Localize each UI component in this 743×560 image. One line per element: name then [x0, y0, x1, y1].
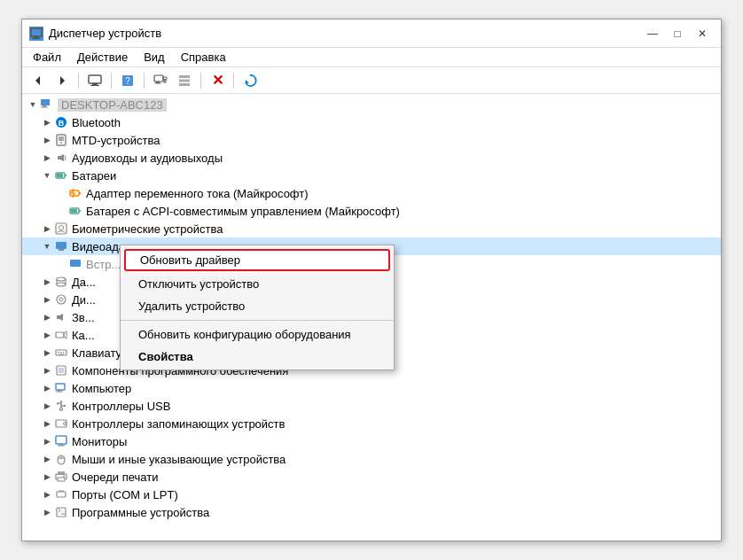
mice-icon	[54, 452, 68, 466]
biometric-label: Биометрические устройства	[72, 222, 223, 236]
tree-item-battery2[interactable]: Батарея с ACPI-совместимым управлением (…	[22, 202, 721, 220]
usb-label: Контроллеры USB	[72, 400, 170, 413]
delete-button[interactable]: ✕	[207, 70, 228, 91]
maximize-button[interactable]: □	[666, 24, 689, 43]
svg-rect-54	[60, 352, 62, 354]
mtd-label: МТD-устройства	[72, 134, 160, 147]
svg-point-66	[64, 405, 66, 407]
window-title: Диспетчер устройств	[49, 27, 161, 40]
ctx-properties[interactable]: Свойства	[121, 346, 394, 368]
tree-item-mice[interactable]: ▶ Мыши и иные указывающие устройства	[22, 450, 721, 468]
context-menu: Обновить драйвер Отключить устройство Уд…	[120, 245, 395, 370]
svg-rect-59	[56, 384, 65, 390]
tree-item-mtd[interactable]: ▶ МТD-устройства	[22, 131, 721, 149]
menu-help[interactable]: Справка	[174, 49, 233, 66]
expand-icon-computer: ▶	[40, 381, 54, 395]
expand-icon-mice: ▶	[40, 452, 54, 466]
svg-rect-68	[56, 420, 66, 427]
svg-rect-39	[56, 242, 66, 249]
monitors-label: Мониторы	[72, 435, 127, 448]
tree-item-root[interactable]: ▼ DESKTOP-ABC123	[22, 96, 721, 113]
titlebar: Диспетчер устройств — □ ✕	[22, 19, 721, 48]
ctx-uninstall[interactable]: Удалить устройство	[121, 295, 394, 317]
tree-item-audio[interactable]: ▶ Аудиовходы и аудиовыходы	[22, 149, 721, 167]
svg-rect-30	[65, 175, 66, 176]
view-computer-button[interactable]	[150, 70, 171, 91]
data-icon	[54, 275, 68, 289]
tree-item-ports[interactable]: ▶ Порты (COM и LPT)	[22, 486, 721, 503]
svg-point-67	[60, 408, 63, 411]
refresh-button[interactable]	[239, 70, 261, 91]
menu-file[interactable]: Файл	[26, 49, 68, 66]
sound-icon	[54, 310, 68, 324]
mtd-icon	[54, 133, 68, 147]
svg-point-69	[64, 423, 66, 425]
computer-label: Компьютер	[72, 382, 131, 395]
keyboard-icon	[54, 346, 68, 360]
svg-rect-37	[56, 223, 66, 234]
expand-icon-battery: ▼	[40, 168, 54, 183]
svg-rect-33	[79, 192, 81, 194]
svg-rect-12	[155, 82, 161, 83]
ctx-refresh-hw[interactable]: Обновить конфигурацию оборудования	[121, 323, 394, 346]
tree-item-battery[interactable]: ▼ Батареи	[22, 167, 721, 184]
tree-item-monitors[interactable]: ▶ Мониторы	[22, 432, 721, 450]
storage-icon	[54, 416, 68, 431]
expand-icon-root: ▼	[26, 97, 40, 112]
svg-point-38	[59, 226, 64, 230]
svg-marker-51	[64, 331, 66, 338]
tree-item-battery1[interactable]: Адаптер переменного тока (Майкрософт)	[22, 184, 721, 202]
expand-icon-data: ▶	[40, 275, 54, 289]
tree-item-bluetooth[interactable]: ▶ B Bluetooth	[22, 113, 721, 131]
app-icon	[29, 27, 43, 41]
help-button[interactable]: ?	[117, 70, 138, 91]
svg-text:B: B	[59, 119, 65, 128]
svg-marker-3	[35, 76, 40, 85]
tree-item-usb[interactable]: ▶ Контроллеры USB	[22, 397, 721, 415]
svg-rect-80	[57, 492, 66, 497]
svg-rect-72	[58, 446, 65, 447]
svg-rect-2	[32, 38, 41, 39]
ctx-separator-1	[121, 320, 394, 321]
expand-icon-sound: ▶	[40, 310, 54, 324]
device-manager-window: Диспетчер устройств — □ ✕ Файл Действие …	[21, 19, 722, 541]
video1-icon	[68, 257, 82, 271]
biometric-icon	[54, 222, 68, 236]
svg-rect-35	[79, 210, 81, 212]
storage-label: Контроллеры запоминающих устройств	[72, 417, 285, 431]
expand-icon-bluetooth: ▶	[40, 115, 54, 129]
menu-action[interactable]: Действие	[70, 49, 135, 66]
close-button[interactable]: ✕	[691, 24, 714, 43]
tree-item-biometric[interactable]: ▶ Биометрические устройства	[22, 220, 721, 237]
expand-icon-components: ▶	[40, 363, 54, 377]
computer-button[interactable]	[84, 70, 106, 91]
svg-rect-60	[58, 390, 61, 392]
back-button[interactable]	[27, 70, 49, 91]
toolbar: ? ✕	[22, 67, 721, 94]
svg-rect-36	[71, 209, 77, 213]
sound-label: Зв...	[72, 311, 95, 324]
forward-button[interactable]	[51, 70, 73, 91]
svg-rect-53	[58, 352, 59, 354]
tree-item-storage[interactable]: ▶ Контроллеры запоминающих устройств	[22, 415, 721, 432]
minimize-button[interactable]: —	[641, 24, 664, 43]
view-list-button[interactable]	[174, 70, 195, 91]
monitors-icon	[54, 434, 68, 448]
menu-view[interactable]: Вид	[137, 49, 172, 66]
menubar: Файл Действие Вид Справка	[22, 48, 721, 67]
ports-icon	[54, 487, 68, 502]
svg-point-26	[60, 142, 62, 144]
expand-icon-storage: ▶	[40, 416, 54, 431]
expand-icon-biometric: ▶	[40, 222, 54, 236]
tree-item-print[interactable]: ▶ Очереди печати	[22, 468, 721, 486]
audio-label: Аудиовходы и аудиовыходы	[72, 152, 223, 165]
tree-item-prog[interactable]: ▶ Программные устройства	[22, 503, 721, 521]
ctx-update-driver[interactable]: Обновить драйвер	[124, 249, 390, 271]
ctx-disable[interactable]: Отключить устройство	[121, 273, 394, 295]
toolbar-sep-3	[144, 73, 145, 89]
svg-rect-71	[59, 444, 63, 446]
ports-label: Порты (COM и LPT)	[72, 488, 178, 502]
tree-item-computer[interactable]: ▶ Компьютер	[22, 379, 721, 397]
svg-marker-28	[60, 154, 64, 161]
svg-rect-0	[31, 28, 42, 36]
